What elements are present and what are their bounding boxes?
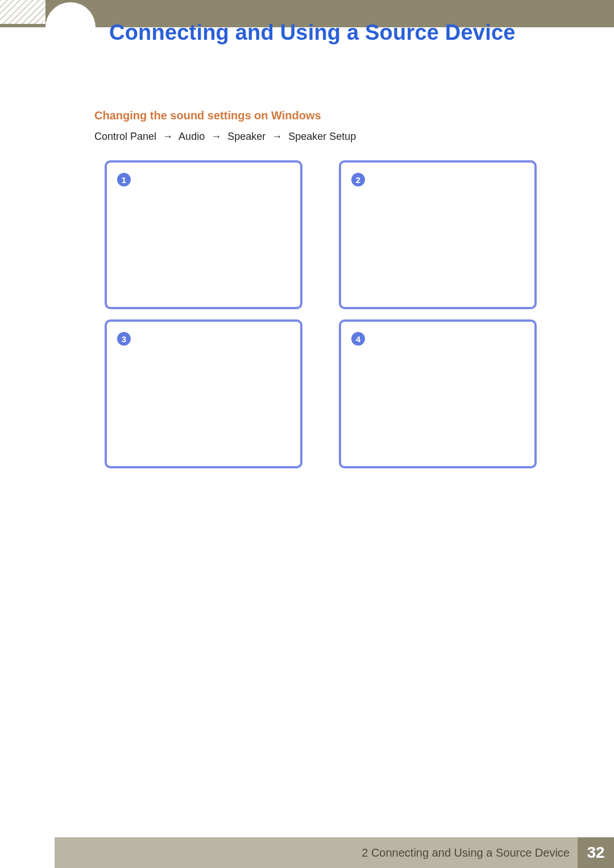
- document-page: Connecting and Using a Source Device Cha…: [0, 0, 614, 868]
- breadcrumb-item: Speaker Setup: [288, 131, 356, 142]
- header-hatch-decoration: [0, 0, 45, 24]
- step-number-badge: 1: [117, 173, 131, 186]
- footer-bar: 2 Connecting and Using a Source Device 3…: [55, 837, 614, 868]
- step-number-badge: 4: [351, 332, 365, 346]
- arrow-right-icon: →: [163, 131, 173, 143]
- step-box: 1: [105, 160, 302, 309]
- section-heading: Changing the sound settings on Windows: [94, 109, 321, 122]
- step-box: 4: [339, 319, 537, 468]
- breadcrumb-item: Speaker: [227, 131, 265, 142]
- breadcrumb-item: Control Panel: [94, 131, 156, 142]
- breadcrumb-item: Audio: [179, 131, 205, 142]
- arrow-right-icon: →: [211, 131, 221, 143]
- chapter-title: Connecting and Using a Source Device: [109, 20, 516, 45]
- step-number-badge: 2: [351, 173, 365, 186]
- step-number-badge: 3: [117, 332, 131, 346]
- page-number: 32: [578, 837, 614, 868]
- step-box: 2: [339, 160, 537, 309]
- arrow-right-icon: →: [272, 131, 282, 143]
- chapter-number-badge: [45, 2, 96, 52]
- steps-grid: 1 2 3 4: [105, 160, 537, 468]
- footer-chapter-ref: 2 Connecting and Using a Source Device: [362, 846, 578, 859]
- step-box: 3: [105, 319, 302, 468]
- breadcrumb: Control Panel → Audio → Speaker → Speake…: [94, 131, 356, 143]
